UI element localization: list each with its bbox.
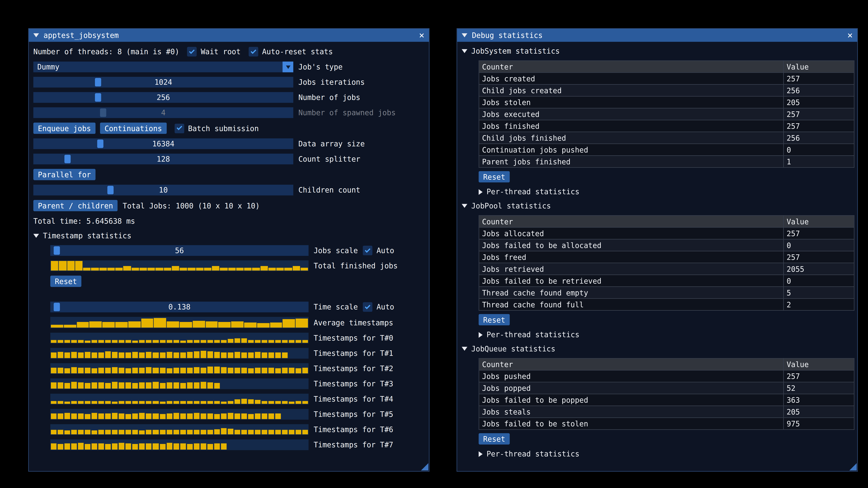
close-icon[interactable]: × xyxy=(419,31,425,40)
expand-arrow-icon xyxy=(479,451,483,457)
data-array-size-slider[interactable]: 16384 xyxy=(33,138,293,149)
histogram-bar xyxy=(64,401,70,404)
slider-value: 256 xyxy=(33,92,293,103)
histogram-bar xyxy=(105,429,111,434)
histogram-bar xyxy=(289,430,294,434)
histogram-bar xyxy=(146,430,152,434)
table-row: Jobs stolen205 xyxy=(479,96,854,108)
histogram-bar xyxy=(173,340,179,343)
histogram-bar xyxy=(132,401,138,404)
histogram-bar xyxy=(153,414,158,419)
count-splitter-slider[interactable]: 128 xyxy=(33,154,293,164)
histogram-bar xyxy=(207,352,213,358)
histogram-bar xyxy=(221,414,226,419)
reset-button[interactable]: Reset xyxy=(479,433,510,444)
checkbox-box xyxy=(363,302,373,312)
parallel-for-button[interactable]: Parallel for xyxy=(33,169,95,180)
reset-button[interactable]: Reset xyxy=(479,314,510,325)
table-cell: 205 xyxy=(783,406,854,418)
histogram-bar xyxy=(153,444,158,450)
histogram-bar xyxy=(153,382,158,389)
histogram-bar xyxy=(51,401,57,404)
time-scale-auto-checkbox[interactable]: Auto xyxy=(363,302,394,312)
children-count-slider[interactable]: 10 xyxy=(33,185,293,195)
desktop: apptest_jobsystem × Number of threads: 8… xyxy=(0,0,868,488)
histogram-bar xyxy=(194,351,199,358)
jobs-scale-slider[interactable]: 56 xyxy=(50,245,309,256)
checkbox-label: Wait root xyxy=(201,47,241,56)
total-jobs-text: Total Jobs: 1000 (10 x 10 x 10) xyxy=(123,201,260,210)
histogram-bar xyxy=(207,383,213,389)
histogram-bar xyxy=(132,368,138,373)
jobsystem-content: Number of threads: 8 (main is #0) Wait r… xyxy=(29,42,429,459)
jobpool-statistics-tree[interactable]: JobPool statistics xyxy=(462,201,853,210)
number-of-jobs-slider[interactable]: 256 xyxy=(33,92,293,103)
histogram-bar xyxy=(301,267,308,271)
histogram-bar xyxy=(105,368,111,373)
histogram-bar xyxy=(296,340,301,343)
reset-button[interactable]: Reset xyxy=(50,275,82,287)
histogram-bar xyxy=(131,268,139,271)
debug-statistics-titlebar[interactable]: Debug statistics × xyxy=(457,29,857,42)
combo-label: Job's type xyxy=(299,63,343,71)
enqueue-jobs-button[interactable]: Enqueue jobs xyxy=(33,123,95,134)
histogram-bar xyxy=(92,340,97,343)
histogram-bar xyxy=(244,268,252,271)
table-header-cell: Value xyxy=(783,216,854,227)
wait-root-checkbox[interactable]: Wait root xyxy=(187,47,241,56)
tree-label: Per-thread statistics xyxy=(487,450,579,458)
checkbox-box xyxy=(363,246,373,255)
total-finished-jobs-histogram xyxy=(50,260,309,271)
histogram-bar xyxy=(92,413,97,419)
histogram-bar xyxy=(115,268,123,271)
job-type-combo[interactable]: Dummy xyxy=(33,62,293,72)
combo-arrow-button[interactable] xyxy=(282,62,293,72)
table-cell: Continuation jobs pushed xyxy=(479,144,783,156)
table-cell: 257 xyxy=(783,370,854,382)
histogram-bar xyxy=(302,368,308,373)
timestamp-statistics-section: 56 Jobs scale Auto Total finished jobs R… xyxy=(50,245,424,450)
parent-children-button[interactable]: Parent / children xyxy=(33,200,118,211)
resize-grip[interactable] xyxy=(849,463,857,470)
table-cell: Child jobs created xyxy=(479,85,783,96)
batch-submission-checkbox[interactable]: Batch submission xyxy=(175,124,259,133)
histogram-label: Timestamps for T#6 xyxy=(314,425,393,434)
histogram-bar xyxy=(146,414,152,419)
per-thread-statistics-tree[interactable]: Per-thread statistics xyxy=(479,449,853,459)
collapse-arrow-icon[interactable] xyxy=(462,33,467,37)
histogram-bar xyxy=(207,444,213,450)
table-row: Jobs steals205 xyxy=(479,406,854,418)
slider-value: 16384 xyxy=(33,138,293,149)
histogram-bar xyxy=(153,401,158,404)
collapse-arrow-icon[interactable] xyxy=(33,33,39,37)
table-cell: 52 xyxy=(783,382,854,394)
table-cell: 2055 xyxy=(783,263,854,275)
histogram-bar xyxy=(235,352,240,358)
per-thread-statistics-tree[interactable]: Per-thread statistics xyxy=(479,330,853,339)
table-cell: Thread cache found full xyxy=(479,298,783,310)
table-cell: 257 xyxy=(783,227,854,239)
per-thread-statistics-tree[interactable]: Per-thread statistics xyxy=(479,187,853,197)
histogram-bar xyxy=(207,430,213,434)
histogram-bar xyxy=(67,261,74,270)
histogram-bar xyxy=(51,261,58,270)
histogram-bar xyxy=(71,444,77,450)
timestamp-statistics-tree[interactable]: Timestamp statistics xyxy=(33,231,424,240)
continuations-button[interactable]: Continuations xyxy=(100,123,166,134)
histogram-bar xyxy=(58,382,63,388)
jobsystem-titlebar[interactable]: apptest_jobsystem × xyxy=(29,29,429,42)
histogram-bar xyxy=(105,340,111,343)
histogram-bar xyxy=(200,351,206,358)
histogram-bar xyxy=(123,266,131,270)
time-scale-slider[interactable]: 0.138 xyxy=(50,302,309,313)
reset-button[interactable]: Reset xyxy=(479,171,510,182)
histogram-bar xyxy=(58,401,63,404)
jobqueue-statistics-tree[interactable]: JobQueue statistics xyxy=(462,344,853,354)
jobs-scale-auto-checkbox[interactable]: Auto xyxy=(363,246,394,255)
resize-grip[interactable] xyxy=(421,463,429,470)
close-icon[interactable]: × xyxy=(847,31,853,40)
jobs-iterations-slider[interactable]: 1024 xyxy=(33,77,293,88)
jobsystem-statistics-tree[interactable]: JobSystem statistics xyxy=(462,46,853,56)
table-cell: 0 xyxy=(783,275,854,287)
auto-reset-checkbox[interactable]: Auto-reset stats xyxy=(249,47,333,56)
